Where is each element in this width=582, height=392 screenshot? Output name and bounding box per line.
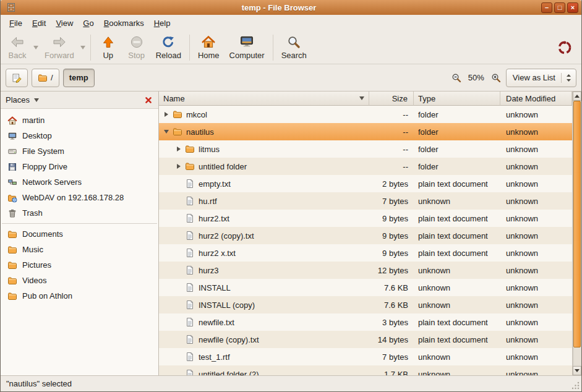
list-rows: mkcol--folderunknownnautilus--folderunkn… <box>159 106 572 375</box>
file-row-hurz2-txt[interactable]: hurz2.txt9 bytesplain text documentunkno… <box>159 210 572 227</box>
column-header-type[interactable]: Type <box>414 92 500 106</box>
file-row-litmus[interactable]: litmus--folderunknown <box>159 140 572 158</box>
close-button[interactable]: × <box>567 2 578 13</box>
reload-button[interactable]: Reload <box>151 33 186 62</box>
file-name: newfile.txt <box>199 318 234 327</box>
file-row-hurz2-x-txt[interactable]: hurz2 x.txt9 bytesplain text documentunk… <box>159 244 572 262</box>
file-row-test-1-rtf[interactable]: test_1.rtf7 bytesunknownunknown <box>159 348 572 365</box>
sidebar-item-file-system[interactable]: File System <box>1 143 158 159</box>
home-folder-icon <box>7 116 17 126</box>
file-name: empty.txt <box>199 179 231 189</box>
toolbar-separator <box>273 35 273 61</box>
file-date-modified: unknown <box>500 331 572 348</box>
toggle-location-entry-button[interactable] <box>6 69 28 87</box>
search-button[interactable]: Search <box>276 33 312 62</box>
scrollbar-track[interactable] <box>573 101 581 366</box>
file-type: unknown <box>414 192 500 210</box>
file-row-newfile-txt[interactable]: newfile.txt3 bytesplain text documentunk… <box>159 313 572 331</box>
vertical-scrollbar[interactable] <box>572 92 581 375</box>
menu-go[interactable]: Go <box>78 16 98 30</box>
down-arrow-icon <box>575 369 580 372</box>
text-file-icon <box>185 300 195 310</box>
sidebar-item-label: Floppy Drive <box>22 162 67 171</box>
file-row-install-copy[interactable]: INSTALL (copy)7.6 KBunknownunknown <box>159 296 572 313</box>
file-date-modified: unknown <box>500 313 572 331</box>
collapse-arrow-icon <box>164 130 169 134</box>
file-row-empty-txt[interactable]: empty.txt2 bytesplain text documentunkno… <box>159 175 572 192</box>
file-row-hurz2-copy-txt[interactable]: hurz2 (copy).txt9 bytesplain text docume… <box>159 227 572 244</box>
titlebar[interactable]: temp - File Browser –□× <box>1 0 581 15</box>
home-icon <box>201 35 216 49</box>
sidebar-item-documents[interactable]: Documents <box>1 226 158 242</box>
sidebar-item-floppy-drive[interactable]: Floppy Drive <box>1 159 158 174</box>
row-expander[interactable] <box>161 130 171 134</box>
file-size: 14 bytes <box>369 331 414 348</box>
file-row-hurz3[interactable]: hurz312 bytesunknownunknown <box>159 262 572 279</box>
scroll-up-button[interactable] <box>573 92 581 101</box>
file-row-nautilus[interactable]: nautilus--folderunknown <box>159 123 572 140</box>
sidebar-item-webdav-on-192-168-178-28[interactable]: WebDAV on 192.168.178.28 <box>1 190 158 205</box>
path-root-button[interactable]: / <box>32 69 59 87</box>
home-button[interactable]: Home <box>193 33 225 62</box>
sidebar-item-trash[interactable]: Trash <box>1 205 158 221</box>
scroll-down-button[interactable] <box>573 366 581 375</box>
menu-edit[interactable]: Edit <box>27 16 51 30</box>
text-file-icon <box>185 369 195 375</box>
folder-icon <box>7 276 17 286</box>
resize-grip[interactable] <box>571 381 580 390</box>
file-row-install[interactable]: INSTALL7.6 KBunknownunknown <box>159 279 572 296</box>
column-header-name[interactable]: Name <box>159 92 369 106</box>
sidebar-item-martin[interactable]: martin <box>1 113 158 128</box>
computer-button[interactable]: Computer <box>225 33 270 62</box>
zoom-level: 50% <box>468 73 484 82</box>
file-name: hu.rtf <box>199 197 217 206</box>
maximize-button[interactable]: □ <box>554 2 565 13</box>
forward-history-dropdown <box>79 35 87 61</box>
menu-bookmarks[interactable]: Bookmarks <box>99 16 149 30</box>
file-row-mkcol[interactable]: mkcol--folderunknown <box>159 106 572 123</box>
menu-view[interactable]: View <box>51 16 78 30</box>
file-size: 9 bytes <box>369 227 414 244</box>
sidebar-item-desktop[interactable]: Desktop <box>1 128 158 143</box>
sidebar-item-pictures[interactable]: Pictures <box>1 257 158 273</box>
view-mode-select[interactable]: View as List <box>506 69 576 87</box>
file-size: 7 bytes <box>369 192 414 210</box>
file-date-modified: unknown <box>500 106 572 123</box>
sidebar-item-videos[interactable]: Videos <box>1 273 158 288</box>
menu-file[interactable]: File <box>4 16 27 30</box>
path-current-button[interactable]: temp <box>63 69 95 87</box>
sidebar-item-pub-on-athlon[interactable]: Pub on Athlon <box>1 288 158 304</box>
file-size: 7 bytes <box>369 348 414 365</box>
file-date-modified: unknown <box>500 210 572 227</box>
column-header-size[interactable]: Size <box>369 92 414 106</box>
file-name: untitled folder <box>199 162 247 171</box>
row-expander[interactable] <box>174 164 184 169</box>
computer-label: Computer <box>229 51 265 60</box>
zoom-in-button[interactable] <box>490 72 502 84</box>
file-row-untitled-folder-2[interactable]: untitled folder (2)1.7 KBunknownunknown <box>159 365 572 375</box>
zoom-out-button[interactable] <box>450 72 463 84</box>
row-expander[interactable] <box>174 147 184 151</box>
scrollbar-thumb[interactable] <box>573 101 581 347</box>
file-row-hu-rtf[interactable]: hu.rtf7 bytesunknownunknown <box>159 192 572 210</box>
up-button[interactable]: Up <box>94 33 122 62</box>
sidebar-item-network-servers[interactable]: Network Servers <box>1 174 158 190</box>
minimize-button[interactable]: – <box>541 2 552 13</box>
file-type: folder <box>414 158 500 175</box>
list-header: NameSizeTypeDate Modified <box>159 92 572 106</box>
menu-help[interactable]: Help <box>149 16 176 30</box>
sidebar-item-music[interactable]: Music <box>1 242 158 257</box>
column-header-date-modified[interactable]: Date Modified <box>500 92 572 106</box>
sidebar-item-label: Music <box>22 245 43 254</box>
row-expander[interactable] <box>161 112 171 117</box>
back-label: Back <box>9 51 27 60</box>
file-size: 7.6 KB <box>369 279 414 296</box>
chevron-down-icon <box>80 46 85 49</box>
places-selector[interactable]: Places <box>6 95 39 104</box>
up-button-group: Up <box>94 33 122 62</box>
sidebar-close-button[interactable] <box>143 95 153 105</box>
file-row-untitled-folder[interactable]: untitled folder--folderunknown <box>159 158 572 175</box>
folder-icon <box>7 260 17 270</box>
window-title: temp - File Browser <box>19 3 539 12</box>
file-row-newfile-copy-txt[interactable]: newfile (copy).txt14 bytesplain text doc… <box>159 331 572 348</box>
